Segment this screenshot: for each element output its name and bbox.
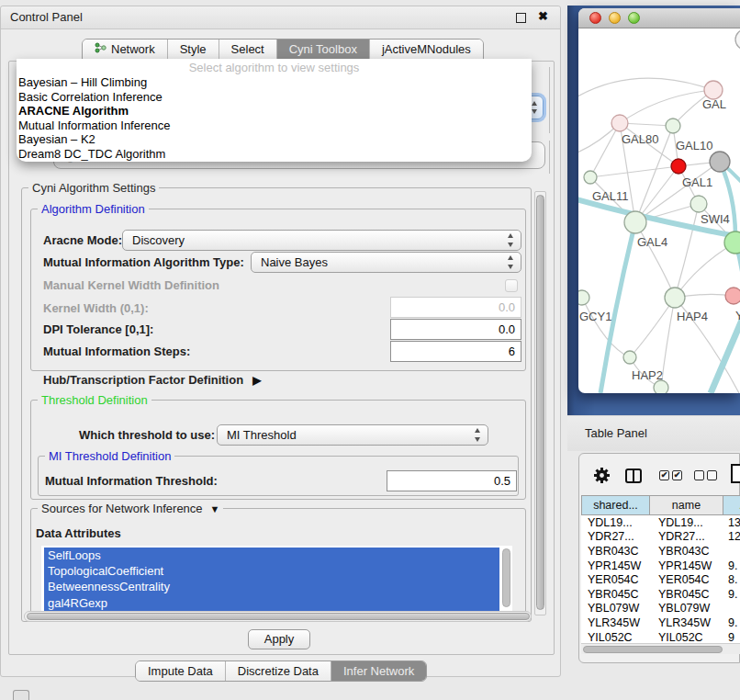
gear-icon[interactable] [593,467,611,484]
network-edge[interactable] [675,243,735,298]
table-row[interactable]: YLR345WYLR345W9. [581,615,740,630]
network-edge[interactable] [675,204,699,298]
network-edge[interactable] [600,222,635,393]
mi-steps-field[interactable]: 6 [390,341,521,362]
which-threshold-select[interactable]: MI Threshold [217,424,488,446]
scrollbar-thumb[interactable] [27,613,530,620]
combo-spinner-icon [505,232,518,248]
zoom-window-icon[interactable] [628,12,640,24]
sources-title[interactable]: Sources for Network Inference▼ [38,502,223,516]
network-edge[interactable] [630,298,675,357]
tab-discretize-data[interactable]: Discretize Data [225,661,331,681]
network-edge[interactable] [620,90,713,123]
network-canvas[interactable]: GALGAL80GAL10GAL1GAL11GAL4SWI4GCY1HAP4YH… [578,28,740,393]
document-icon[interactable] [731,464,740,483]
close-panel-icon[interactable]: ✖ [538,9,548,23]
table-cell [723,544,740,559]
tab-infer-network[interactable]: Infer Network [331,661,426,681]
table-header-row: shared...nameA [581,495,740,515]
aracne-mode-select[interactable]: Discovery [122,230,521,251]
network-edge[interactable] [590,166,678,177]
table-row[interactable]: YDL19...YDL19...13 [581,515,740,530]
network-node-gal4[interactable] [624,211,646,233]
algorithm-option-dream8-dc-tdc-algorithm[interactable]: Dream8 DC_TDC Algorithm [17,147,532,162]
tab-select[interactable]: Select [219,40,276,59]
network-node[interactable] [654,380,668,393]
attribute-item-topologicalcoefficient[interactable]: TopologicalCoefficient [44,563,499,579]
column-header-shared[interactable]: shared... [581,495,650,515]
close-window-icon[interactable] [589,12,601,24]
checked-checkbox-icon[interactable]: ✔ [672,470,682,480]
network-node[interactable] [671,159,686,174]
column-header-a[interactable]: A [723,495,740,515]
dpi-tolerance-field[interactable]: 0.0 [390,319,521,340]
tab-style[interactable]: Style [167,40,219,59]
hub-definition-label: Hub/Transcription Factor Definition [43,373,243,387]
table-row[interactable]: YPR145WYPR145W9. [581,559,740,573]
checked-checkbox-icon[interactable]: ✔ [659,470,669,480]
table-row[interactable]: YDR27...YDR27...12 [581,530,740,545]
manual-kernel-width-checkbox[interactable] [505,279,518,292]
algorithm-option-bayesian-k2[interactable]: Bayesian – K2 [17,132,532,147]
network-node[interactable] [710,152,730,172]
table-cell: 9 [723,630,740,643]
mi-threshold-field[interactable]: 0.5 [387,470,517,491]
network-node-hap4[interactable] [665,288,685,308]
algorithm-option-basic-correlation-inference[interactable]: Basic Correlation Inference [17,90,532,105]
network-edge[interactable] [661,298,675,388]
kernel-width-field[interactable]: 0.0 [390,297,521,318]
network-node-gal80[interactable] [611,115,628,131]
attribute-item-betweennesscentrality[interactable]: BetweennessCentrality [44,579,499,594]
panel-corner-button[interactable] [13,690,29,700]
network-node-gal10[interactable] [666,119,680,133]
attribute-item-selfloops[interactable]: SelfLoops [44,548,499,563]
float-window-icon[interactable] [516,13,526,23]
tab-network[interactable]: Network [83,40,167,59]
scrollbar-thumb[interactable] [583,646,723,653]
table-row[interactable]: YBL079WYBL079W [581,602,740,616]
node-label: GAL4 [637,235,667,249]
settings-horizontal-scrollbar[interactable] [24,611,532,622]
table-row[interactable]: YER054CYER054C8. [581,572,740,587]
network-node-gal11[interactable] [584,171,597,184]
mi-algorithm-type-select[interactable]: Naive Bayes [251,252,521,273]
tab-label: Infer Network [343,664,414,678]
column-header-name[interactable]: name [650,495,723,515]
network-node[interactable] [735,29,740,50]
network-node-gcy1[interactable] [578,290,589,305]
network-node-y[interactable] [725,288,740,304]
unchecked-checkbox-icon[interactable] [694,470,704,480]
tab-cyni-toolbox[interactable]: Cyni Toolbox [276,40,369,59]
algorithm-option-aracne-algorithm[interactable]: ARACNE Algorithm [17,104,532,119]
attribute-item-gal4rgexp[interactable]: gal4RGexp [44,595,499,611]
table-horizontal-scrollbar[interactable] [581,643,740,654]
node-label: GAL [702,97,726,111]
network-node-gal[interactable] [704,81,723,99]
algorithm-option-mutual-information-inference[interactable]: Mutual Information Inference [17,119,532,133]
network-edge[interactable] [578,78,713,99]
node-label: HAP4 [677,310,708,323]
spinner-up-icon [532,101,537,106]
list-scrollbar-thumb[interactable] [502,548,510,607]
network-node-hap2[interactable] [623,351,636,364]
network-node-swi4[interactable] [724,231,740,254]
scrollbar-thumb[interactable] [536,195,544,610]
table-row[interactable]: YIL052CYIL052C9 [581,630,740,643]
table-row[interactable]: YBR045CYBR045C9. [581,587,740,602]
settings-vertical-scrollbar[interactable] [534,191,546,615]
minimize-window-icon[interactable] [609,12,621,24]
apply-button[interactable]: Apply [248,629,310,649]
hub-definition-expander[interactable]: Hub/Transcription Factor Definition▶ [43,373,261,387]
tab-jactivemnodules[interactable]: jActiveMNodules [369,40,483,59]
table-row[interactable]: YBR043CYBR043C [581,544,740,559]
algorithm-option-bayesian-hill-climbing[interactable]: Bayesian – Hill Climbing [17,75,532,90]
network-edge[interactable] [590,123,620,177]
split-columns-icon[interactable] [625,469,642,483]
network-window-titlebar[interactable] [578,8,740,28]
data-attributes-list: SelfLoopsTopologicalCoefficientBetweenne… [41,546,512,613]
network-edge[interactable] [635,222,675,298]
network-window[interactable]: GALGAL80GAL10GAL1GAL11GAL4SWI4GCY1HAP4YH… [578,8,740,393]
network-node-gal1[interactable] [690,196,707,212]
unchecked-checkbox-icon[interactable] [707,470,717,480]
tab-impute-data[interactable]: Impute Data [136,661,225,681]
